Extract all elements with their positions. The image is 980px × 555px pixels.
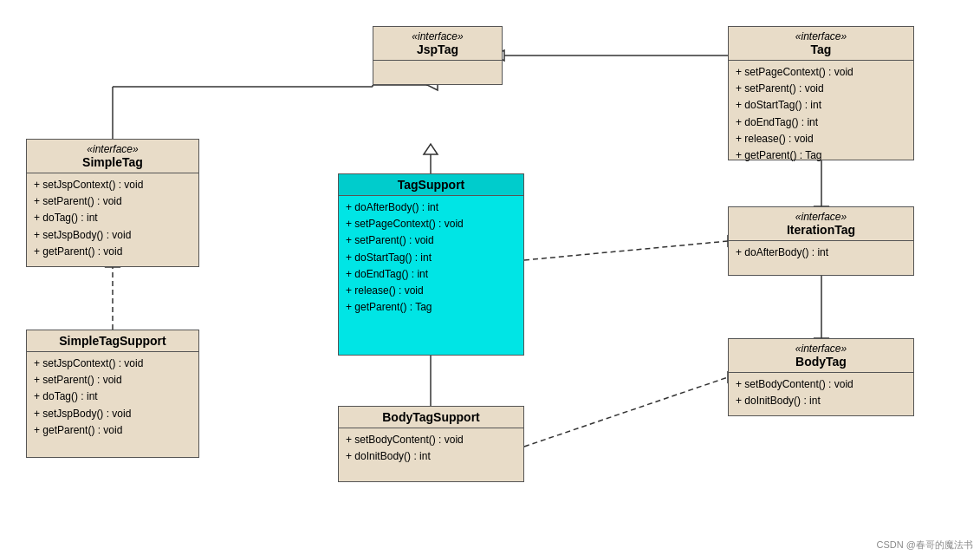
tag-box: «interface» Tag + setPageContext() : voi…	[728, 26, 914, 160]
tagSupport-classname: TagSupport	[346, 178, 516, 192]
tagSupport-header: TagSupport	[339, 174, 523, 196]
tagSupport-method-4: + doStartTag() : int	[346, 250, 516, 266]
simpleTag-classname: SimpleTag	[34, 155, 191, 169]
tagSupport-method-5: + doEndTag() : int	[346, 266, 516, 283]
tag-method-2: + setParent() : void	[736, 81, 906, 97]
svg-line-11	[524, 241, 728, 260]
diagram-container: «interface» JspTag «interface» Tag + set…	[0, 0, 980, 555]
tagSupport-method-1: + doAfterBody() : int	[346, 199, 516, 216]
simpleTag-method-4: + setJspBody() : void	[34, 227, 191, 244]
tag-method-5: + release() : void	[736, 131, 906, 147]
tag-method-4: + doEndTag() : int	[736, 114, 906, 131]
simpleTagSupport-classname: SimpleTagSupport	[34, 334, 191, 348]
simpleTag-method-5: + getParent() : void	[34, 244, 191, 260]
simpleTag-header: «interface» SimpleTag	[27, 140, 198, 173]
jspTag-header: «interface» JspTag	[373, 27, 502, 61]
simpleTagSupport-method-2: + setParent() : void	[34, 372, 191, 388]
bodyTagSupport-header: BodyTagSupport	[339, 407, 523, 428]
tagSupport-method-6: + release() : void	[346, 283, 516, 299]
bodyTagSupport-classname: BodyTagSupport	[346, 410, 516, 424]
bodyTagSupport-method-1: + setBodyContent() : void	[346, 432, 516, 448]
simpleTagSupport-header: SimpleTagSupport	[27, 330, 198, 352]
jspTag-classname: JspTag	[380, 42, 495, 56]
tag-body: + setPageContext() : void + setParent() …	[729, 61, 913, 167]
simpleTag-method-2: + setParent() : void	[34, 193, 191, 210]
bodyTagSupport-method-2: + doInitBody() : int	[346, 448, 516, 465]
tag-method-1: + setPageContext() : void	[736, 64, 906, 81]
watermark: CSDN @春哥的魔法书	[877, 539, 973, 552]
simpleTagSupport-method-1: + setJspContext() : void	[34, 356, 191, 372]
svg-marker-14	[424, 144, 438, 154]
simpleTag-stereotype: «interface»	[34, 143, 191, 155]
svg-line-19	[524, 377, 728, 447]
jspTag-box: «interface» JspTag	[373, 26, 503, 85]
bodyTag-body: + setBodyContent() : void + doInitBody()…	[729, 373, 913, 413]
simpleTagSupport-method-3: + doTag() : int	[34, 388, 191, 405]
iterationTag-header: «interface» IterationTag	[729, 207, 913, 241]
tagSupport-method-7: + getParent() : Tag	[346, 299, 516, 316]
simpleTag-method-3: + doTag() : int	[34, 210, 191, 226]
bodyTag-stereotype: «interface»	[736, 343, 906, 355]
bodyTag-box: «interface» BodyTag + setBodyContent() :…	[728, 338, 914, 416]
tagSupport-body: + doAfterBody() : int + setPageContext()…	[339, 196, 523, 319]
iterationTag-classname: IterationTag	[736, 223, 906, 237]
simpleTagSupport-method-4: + setJspBody() : void	[34, 406, 191, 422]
bodyTag-method-2: + doInitBody() : int	[736, 393, 906, 409]
tagSupport-method-3: + setParent() : void	[346, 232, 516, 249]
simpleTag-box: «interface» SimpleTag + setJspContext() …	[26, 139, 199, 267]
iterationTag-method-1: + doAfterBody() : int	[736, 245, 906, 261]
simpleTagSupport-method-5: + getParent() : void	[34, 422, 191, 439]
bodyTagSupport-box: BodyTagSupport + setBodyContent() : void…	[338, 406, 524, 482]
bodyTag-header: «interface» BodyTag	[729, 339, 913, 373]
iterationTag-stereotype: «interface»	[736, 211, 906, 223]
simpleTagSupport-body: + setJspContext() : void + setParent() :…	[27, 352, 198, 442]
tagSupport-box: TagSupport + doAfterBody() : int + setPa…	[338, 173, 524, 356]
tag-classname: Tag	[736, 42, 906, 56]
tag-header: «interface» Tag	[729, 27, 913, 61]
jspTag-stereotype: «interface»	[380, 30, 495, 42]
bodyTag-classname: BodyTag	[736, 355, 906, 369]
bodyTag-method-1: + setBodyContent() : void	[736, 376, 906, 393]
iterationTag-body: + doAfterBody() : int	[729, 241, 913, 264]
bodyTagSupport-body: + setBodyContent() : void + doInitBody()…	[339, 428, 523, 468]
tag-stereotype: «interface»	[736, 30, 906, 42]
simpleTag-body: + setJspContext() : void + setParent() :…	[27, 173, 198, 264]
tag-method-3: + doStartTag() : int	[736, 97, 906, 114]
tagSupport-method-2: + setPageContext() : void	[346, 216, 516, 232]
tag-method-6: + getParent() : Tag	[736, 147, 906, 164]
simpleTagSupport-box: SimpleTagSupport + setJspContext() : voi…	[26, 330, 199, 458]
simpleTag-method-1: + setJspContext() : void	[34, 177, 191, 193]
iterationTag-box: «interface» IterationTag + doAfterBody()…	[728, 206, 914, 276]
